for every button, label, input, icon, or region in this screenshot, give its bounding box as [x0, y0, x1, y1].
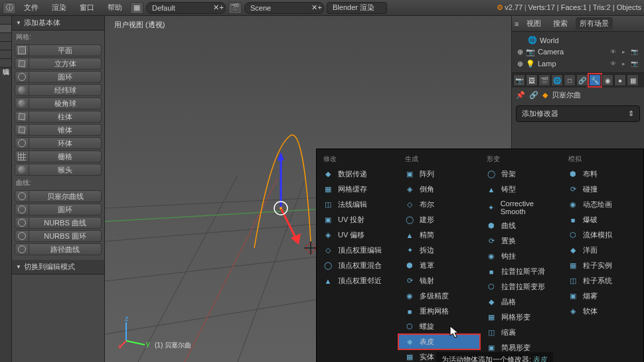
modifier-item-2-6[interactable]: ■拉普拉斯平滑	[480, 264, 562, 279]
menu-file[interactable]: 文件	[19, 1, 44, 14]
modifier-item-3-1[interactable]: ⟳碰撞	[562, 182, 643, 197]
modifier-item-0-0[interactable]: ◆数据传递	[317, 166, 398, 182]
add-mesh-8[interactable]: 栅格	[29, 151, 102, 162]
prop-tab-modifiers[interactable]: 🔧	[589, 74, 601, 86]
scene-selector[interactable]: Scene ✕+	[244, 2, 324, 14]
modifier-item-2-4[interactable]: ⟳置换	[480, 233, 562, 249]
modifier-item-1-6[interactable]: ⬢遮罩	[398, 258, 480, 273]
modifier-item-2-1[interactable]: ▲铸型	[480, 182, 562, 197]
modifier-item-3-8[interactable]: ▣烟雾	[562, 288, 643, 304]
add-curve-3[interactable]: NURBS 圆环	[29, 230, 102, 242]
modifier-item-1-7[interactable]: ⟳镜射	[398, 273, 480, 288]
tab-physics[interactable]: 物理	[0, 50, 11, 59]
modifier-item-0-3[interactable]: ▣UV 投射	[317, 212, 398, 227]
prop-tab-layers[interactable]: 🖼	[526, 74, 538, 86]
modifier-item-1-1[interactable]: ◈倒角	[398, 182, 480, 197]
modifier-item-2-3[interactable]: ⬢曲线	[480, 218, 562, 233]
add-primitive-header[interactable]: ▼添加基本体	[12, 16, 104, 30]
outliner-world[interactable]: 🌐World	[515, 34, 641, 46]
layout-icon[interactable]: ▦	[130, 2, 143, 14]
add-curve-4[interactable]: 路径曲线	[29, 243, 102, 255]
info-icon[interactable]: ⓘ	[3, 2, 16, 14]
mesh-icon-1	[15, 58, 29, 70]
modifier-item-0-6[interactable]: ◯顶点权重混合	[317, 258, 398, 273]
modifier-item-1-11[interactable]: ◆表皮	[398, 334, 480, 349]
modifier-item-2-8[interactable]: ◆晶格	[480, 294, 562, 310]
tab-relations[interactable]: 关系	[0, 33, 11, 42]
outliner-icon[interactable]: ≡	[515, 20, 519, 28]
prop-tab-object[interactable]: □	[564, 74, 576, 86]
modifier-item-0-7[interactable]: ▲顶点权重邻近	[317, 273, 398, 288]
modifier-item-1-5[interactable]: ✦拆边	[398, 243, 480, 258]
modifier-item-0-5[interactable]: ◇顶点权重编辑	[317, 243, 398, 258]
modifier-item-1-2[interactable]: ◇布尔	[398, 197, 480, 212]
outliner-tab-view[interactable]: 视图	[523, 17, 545, 30]
add-mesh-5[interactable]: 柱体	[29, 111, 102, 123]
modifier-item-3-2[interactable]: ◉动态绘画	[562, 197, 643, 212]
prop-tab-render[interactable]: 📷	[513, 74, 525, 86]
curve-icon-3	[15, 230, 29, 242]
menu-render[interactable]: 渲染	[46, 1, 72, 14]
outliner[interactable]: 🌐World ⊕📷Camera 👁▸📷 ⊕💡Lamp 👁▸📷	[512, 32, 644, 73]
modifier-item-2-9[interactable]: ▦网格形变	[480, 310, 562, 325]
modifier-item-1-10[interactable]: ⬡螺旋	[398, 319, 480, 334]
add-mesh-3[interactable]: 经纬球	[29, 84, 102, 96]
modifier-item-2-2[interactable]: ✦Corrective Smooth	[480, 197, 562, 218]
add-mesh-9[interactable]: 猴头	[29, 164, 102, 176]
prop-tab-material[interactable]: ●	[614, 74, 626, 86]
scene-icon[interactable]: 🎬	[228, 2, 242, 14]
modifier-item-0-1[interactable]: ▦网格缓存	[317, 182, 398, 197]
mesh-icon-2	[15, 71, 29, 83]
add-mesh-6[interactable]: 锥体	[29, 124, 102, 136]
menu-help[interactable]: 帮助	[102, 1, 127, 14]
modifier-item-0-4[interactable]: ◈UV 偏移	[317, 227, 398, 243]
prop-tab-texture[interactable]: ▦	[627, 74, 639, 86]
render-engine-dropdown[interactable]: Blender 渲染	[327, 2, 387, 14]
tab-edit[interactable]: 编辑	[0, 59, 11, 68]
tab-create[interactable]: 创建	[0, 25, 11, 33]
popup-col-header-3: 模拟	[562, 152, 643, 166]
modifier-item-1-9[interactable]: ■重构网格	[398, 304, 480, 319]
modifier-item-3-4[interactable]: ⬡流体模拟	[562, 227, 643, 243]
add-mesh-1[interactable]: 立方体	[29, 58, 102, 70]
add-curve-0[interactable]: 贝塞尔曲线	[29, 190, 102, 202]
outliner-tab-all[interactable]: 所有场景	[576, 17, 613, 30]
modifier-item-1-0[interactable]: ▣阵列	[398, 166, 480, 182]
add-mesh-7[interactable]: 环体	[29, 137, 102, 149]
add-curve-2[interactable]: NURBS 曲线	[29, 217, 102, 229]
add-mesh-0[interactable]: 平面	[29, 44, 102, 56]
modifier-item-3-6[interactable]: ▦粒子实例	[562, 258, 643, 273]
tab-tools[interactable]: 工具	[0, 16, 11, 25]
outliner-lamp[interactable]: ⊕💡Lamp 👁▸📷	[515, 58, 641, 70]
switch-edit-header[interactable]: ▼切换到编辑模式	[12, 260, 104, 274]
prop-tab-constraints[interactable]: 🔗	[576, 74, 588, 86]
modifier-item-3-0[interactable]: ⬢布料	[562, 166, 643, 182]
menu-window[interactable]: 窗口	[74, 1, 100, 14]
modifier-item-3-9[interactable]: ◈软体	[562, 304, 643, 319]
add-modifier-dropdown[interactable]: 添加修改器⇕	[516, 105, 640, 122]
tab-animation[interactable]: 动画	[0, 42, 11, 50]
modifier-item-3-7[interactable]: ◫粒子系统	[562, 273, 643, 288]
prop-tab-data[interactable]: ◉	[602, 74, 613, 86]
mesh-icon-9	[15, 164, 29, 176]
pin-icon[interactable]: 📌	[516, 91, 525, 99]
prop-tab-world[interactable]: 🌐	[551, 74, 563, 86]
modifier-item-0-2[interactable]: ◫法线编辑	[317, 197, 398, 212]
modifier-item-2-5[interactable]: ◉钩挂	[480, 249, 562, 264]
prop-tab-scene[interactable]: 🎬	[538, 74, 550, 86]
outliner-tab-search[interactable]: 搜索	[549, 17, 572, 30]
add-mesh-4[interactable]: 棱角球	[29, 97, 102, 109]
popup-col-header-2: 形变	[480, 152, 562, 166]
modifier-item-2-7[interactable]: ⬡拉普拉斯变形	[480, 279, 562, 294]
modifier-item-2-0[interactable]: ◯骨架	[480, 166, 562, 182]
modifier-item-3-3[interactable]: ■爆破	[562, 212, 643, 227]
modifier-item-1-4[interactable]: ▲精简	[398, 227, 480, 243]
layout-selector[interactable]: Default ✕+	[146, 2, 226, 14]
modifier-item-2-10[interactable]: ◫缩裹	[480, 325, 562, 340]
add-curve-1[interactable]: 圆环	[29, 204, 102, 215]
modifier-item-3-5[interactable]: ◆洋面	[562, 243, 643, 258]
add-mesh-2[interactable]: 圆环	[29, 71, 102, 83]
modifier-item-1-3[interactable]: ◯建形	[398, 212, 480, 227]
modifier-item-1-8[interactable]: ◉多级精度	[398, 288, 480, 304]
outliner-camera[interactable]: ⊕📷Camera 👁▸📷	[515, 46, 641, 58]
